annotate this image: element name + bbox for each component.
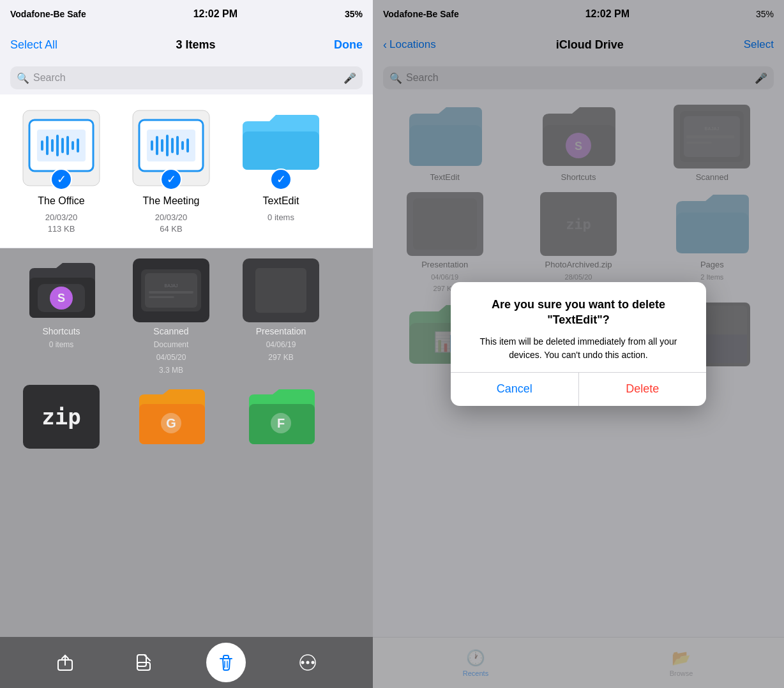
done-button[interactable]: Done xyxy=(334,38,363,52)
svg-rect-7 xyxy=(61,138,64,153)
file-icon-textedit: ✓ xyxy=(236,107,326,190)
dimmed-background: S Shortcuts 0 items BAJAJ xyxy=(0,248,373,688)
grid-item-green-folder[interactable]: F xyxy=(230,385,332,449)
svg-rect-14 xyxy=(151,140,153,151)
svg-rect-6 xyxy=(56,135,59,156)
grid-item-orange-folder[interactable]: G xyxy=(120,385,222,449)
svg-point-47 xyxy=(301,661,305,664)
file-name-meeting: The Meeting xyxy=(143,195,200,207)
svg-point-49 xyxy=(312,661,315,664)
share-toolbar-button[interactable] xyxy=(49,646,82,679)
shortcuts-meta: 0 items xyxy=(49,340,74,349)
svg-text:G: G xyxy=(166,416,176,430)
grid-item-zip[interactable]: zip xyxy=(10,385,112,449)
left-panel: Vodafone-Be Safe 12:02 PM 35% Select All… xyxy=(0,0,373,688)
svg-rect-5 xyxy=(51,139,54,152)
dialog-overlay: Are you sure you want to delete "TextEdi… xyxy=(373,0,784,688)
file-icon-the-office: ✓ xyxy=(17,107,106,190)
scanned-label: Scanned xyxy=(153,326,188,336)
svg-rect-29 xyxy=(145,273,197,308)
file-meta-office: 20/03/20 113 KB xyxy=(45,212,78,235)
svg-rect-8 xyxy=(66,136,69,155)
file-item-the-office[interactable]: ✓ The Office 20/03/20 113 KB xyxy=(10,107,112,235)
dialog-message: This item will be deleted immediately fr… xyxy=(464,335,693,362)
check-badge-meeting: ✓ xyxy=(160,168,182,190)
file-toolbar-button[interactable] xyxy=(127,646,160,679)
svg-rect-17 xyxy=(166,135,169,156)
bottom-toolbar xyxy=(0,637,373,688)
scanned-date: 04/05/20 xyxy=(156,353,186,362)
svg-rect-21 xyxy=(186,138,189,153)
svg-rect-34 xyxy=(255,268,306,313)
file-item-the-meeting[interactable]: ✓ The Meeting 20/03/20 64 KB xyxy=(120,107,222,235)
file-icon-the-meeting: ✓ xyxy=(126,107,216,190)
grid-row-1: S Shortcuts 0 items BAJAJ xyxy=(10,258,363,375)
presentation-meta: 04/06/19 xyxy=(266,340,296,349)
svg-rect-9 xyxy=(72,141,74,150)
delete-label: Delete xyxy=(626,382,659,396)
right-panel: Vodafone-Be Safe 12:02 PM 35% ‹ Location… xyxy=(373,0,784,688)
left-battery: 35% xyxy=(345,9,363,19)
zip-icon: zip xyxy=(23,385,100,449)
shortcuts-label: Shortcuts xyxy=(42,326,80,336)
check-badge-textedit: ✓ xyxy=(270,168,292,190)
svg-rect-31 xyxy=(149,291,193,294)
dialog-cancel-button[interactable]: Cancel xyxy=(451,373,578,406)
search-icon: 🔍 xyxy=(17,72,29,84)
svg-text:S: S xyxy=(57,292,65,304)
mic-icon: 🎤 xyxy=(343,72,356,84)
cancel-label: Cancel xyxy=(497,382,532,396)
items-count: 3 Items xyxy=(176,38,216,52)
file-item-textedit[interactable]: ✓ TextEdit 0 items xyxy=(230,107,332,223)
svg-rect-3 xyxy=(41,140,43,151)
orange-folder-icon: G xyxy=(133,385,209,449)
grid-row-2: zip G xyxy=(10,385,363,449)
svg-point-48 xyxy=(306,661,310,664)
presentation-size: 297 KB xyxy=(268,353,293,362)
dialog-body: Are you sure you want to delete "TextEdi… xyxy=(451,282,706,372)
left-time: 12:02 PM xyxy=(193,8,237,20)
left-status-bar: Vodafone-Be Safe 12:02 PM 35% xyxy=(0,0,373,28)
svg-rect-32 xyxy=(149,296,174,298)
svg-rect-18 xyxy=(171,138,174,153)
presentation-icon xyxy=(243,258,319,322)
delete-dialog: Are you sure you want to delete "TextEdi… xyxy=(451,282,706,406)
svg-rect-10 xyxy=(77,138,79,153)
svg-rect-15 xyxy=(156,136,158,155)
selection-panel: ✓ The Office 20/03/20 113 KB xyxy=(0,94,373,248)
grid-item-presentation[interactable]: Presentation 04/06/19 297 KB xyxy=(230,258,332,375)
file-meta-textedit: 0 items xyxy=(268,212,294,223)
presentation-label: Presentation xyxy=(256,326,306,336)
check-badge-office: ✓ xyxy=(50,168,72,190)
left-nav-bar: Select All 3 Items Done xyxy=(0,28,373,61)
dialog-title: Are you sure you want to delete "TextEdi… xyxy=(464,297,693,327)
dialog-actions: Cancel Delete xyxy=(451,373,706,406)
svg-rect-22 xyxy=(243,131,319,170)
svg-rect-20 xyxy=(181,141,184,150)
search-placeholder: Search xyxy=(33,72,340,84)
select-all-button[interactable]: Select All xyxy=(10,38,57,52)
more-toolbar-button[interactable] xyxy=(291,646,324,679)
svg-rect-4 xyxy=(46,136,49,155)
svg-rect-43 xyxy=(137,655,146,666)
left-search-bar[interactable]: 🔍 Search 🎤 xyxy=(10,66,363,89)
trash-button[interactable] xyxy=(206,643,246,682)
svg-text:BAJAJ: BAJAJ xyxy=(164,283,177,288)
scanned-size: 3.3 MB xyxy=(159,366,183,375)
left-carrier: Vodafone-Be Safe xyxy=(10,9,86,19)
svg-rect-16 xyxy=(161,139,163,152)
grid-item-shortcuts[interactable]: S Shortcuts 0 items xyxy=(10,258,112,375)
scanned-meta: Document xyxy=(154,340,189,349)
shortcuts-icon: S xyxy=(23,258,100,322)
svg-rect-19 xyxy=(176,136,179,155)
dialog-delete-button[interactable]: Delete xyxy=(579,373,707,406)
green-folder-icon: F xyxy=(243,385,319,449)
file-name-office: The Office xyxy=(38,195,85,207)
file-meta-meeting: 20/03/20 64 KB xyxy=(155,212,188,235)
file-name-textedit: TextEdit xyxy=(263,195,299,207)
svg-text:F: F xyxy=(277,416,285,430)
scanned-icon: BAJAJ xyxy=(133,258,209,322)
grid-item-scanned[interactable]: BAJAJ Scanned Document 04/05/20 3.3 MB xyxy=(120,258,222,375)
